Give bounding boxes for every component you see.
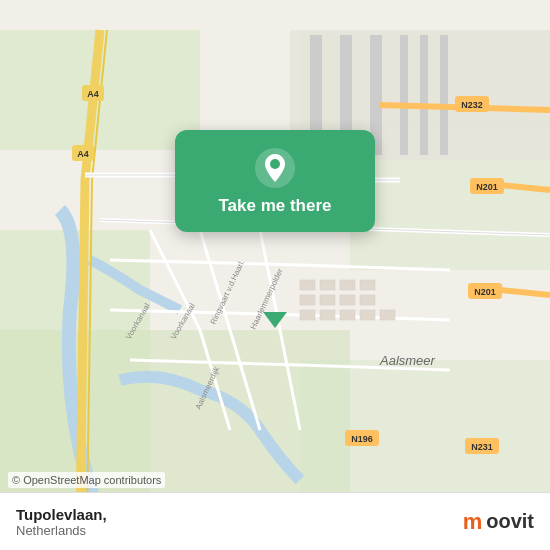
svg-rect-44 bbox=[340, 310, 355, 320]
svg-text:N232: N232 bbox=[461, 100, 483, 110]
svg-point-48 bbox=[270, 159, 280, 169]
moovit-wordmark: oovit bbox=[486, 510, 534, 533]
svg-rect-36 bbox=[340, 280, 355, 290]
svg-rect-35 bbox=[320, 280, 335, 290]
map-svg: A4 A4 N232 N201 N201 N196 N231 bbox=[0, 0, 550, 550]
svg-text:A4: A4 bbox=[77, 149, 89, 159]
svg-rect-42 bbox=[300, 310, 315, 320]
location-info: Tupolevlaan, Netherlands bbox=[16, 506, 107, 538]
take-me-there-button[interactable]: Take me there bbox=[218, 196, 331, 216]
svg-text:N201: N201 bbox=[476, 182, 498, 192]
svg-rect-39 bbox=[320, 295, 335, 305]
moovit-m-letter: m bbox=[463, 509, 483, 535]
svg-text:N231: N231 bbox=[471, 442, 493, 452]
svg-rect-37 bbox=[360, 280, 375, 290]
svg-rect-43 bbox=[320, 310, 335, 320]
svg-text:N201: N201 bbox=[474, 287, 496, 297]
location-country: Netherlands bbox=[16, 523, 107, 538]
svg-text:A4: A4 bbox=[87, 89, 99, 99]
svg-rect-46 bbox=[380, 310, 395, 320]
map-container: A4 A4 N232 N201 N201 N196 N231 bbox=[0, 0, 550, 550]
svg-rect-11 bbox=[400, 35, 408, 155]
svg-text:N196: N196 bbox=[351, 434, 373, 444]
moovit-logo: m oovit bbox=[463, 509, 534, 535]
copyright-text: © OpenStreetMap contributors bbox=[8, 472, 165, 488]
location-name: Tupolevlaan, bbox=[16, 506, 107, 523]
svg-text:Aalsmeer: Aalsmeer bbox=[379, 353, 436, 368]
bottom-bar: Tupolevlaan, Netherlands m oovit bbox=[0, 492, 550, 550]
svg-rect-40 bbox=[340, 295, 355, 305]
location-pin-icon bbox=[255, 148, 295, 188]
svg-rect-34 bbox=[300, 280, 315, 290]
svg-rect-13 bbox=[440, 35, 448, 155]
svg-rect-41 bbox=[360, 295, 375, 305]
svg-rect-12 bbox=[420, 35, 428, 155]
svg-rect-38 bbox=[300, 295, 315, 305]
svg-rect-45 bbox=[360, 310, 375, 320]
popup-tail bbox=[263, 312, 287, 328]
popup-card: Take me there bbox=[175, 130, 375, 232]
